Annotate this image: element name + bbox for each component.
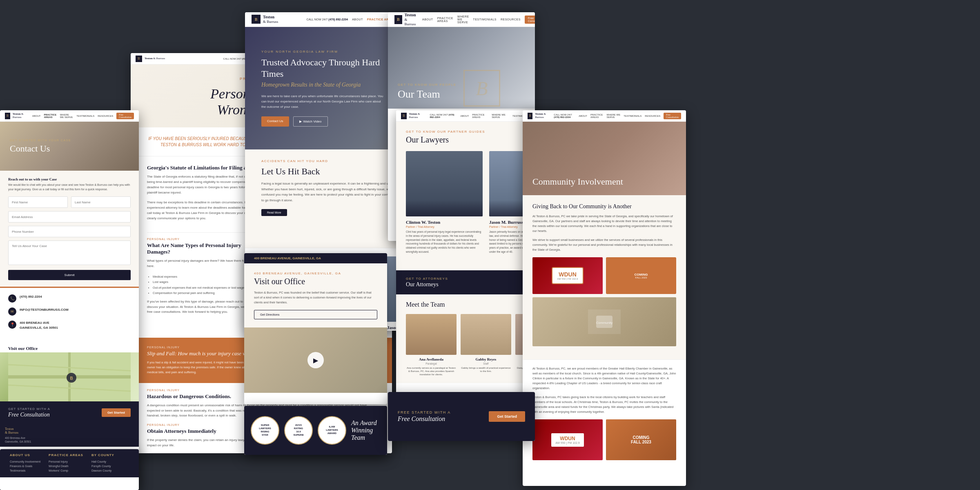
contact-us-btn[interactable]: Contact Us	[261, 116, 289, 127]
contact-nav-resources[interactable]: Resources	[98, 115, 113, 117]
lawyers-nav-practice[interactable]: Practice Areas	[472, 114, 488, 118]
community-bottom-img-1: WDUN AM 550 | FM 102.9	[532, 419, 603, 460]
phone-field[interactable]	[8, 226, 131, 237]
lawyer-name-1: Clinton W. Teston	[406, 220, 483, 225]
community-text1: At Teston & Burruss, PC we take pride in…	[532, 214, 676, 234]
footer-testimonials-link[interactable]: Testimonials	[10, 468, 40, 473]
lawyers-nav-about[interactable]: About	[461, 115, 469, 117]
lawyers-nav-where[interactable]: Where We Serve	[492, 114, 509, 118]
fc-btn[interactable]: Get Started	[489, 411, 525, 422]
contact-eyebrow: GET STARTED WITH YOUR CASE	[10, 139, 71, 142]
team-nav-practice[interactable]: Practice Areas	[437, 17, 453, 22]
community-nav-where[interactable]: Where We Serve	[607, 114, 621, 118]
award-badge-text-3: ILAWLAWYERSAWARD	[324, 424, 340, 437]
message-field[interactable]	[8, 241, 131, 265]
contact-logo[interactable]: B Teston & Burruss	[5, 113, 29, 119]
community-nav-about[interactable]: About	[579, 115, 587, 117]
visit-office-panel: 400 BRENEAU AVENUE, GAINESVILLE, GA 400 …	[244, 253, 387, 404]
team-hero-text: GET TO KNOW OUR PEOPLE Our Team	[398, 83, 457, 100]
hp-nav-about[interactable]: About	[352, 18, 363, 21]
lawyers-nav-phone: CALL NOW 24/7 (470) 892-2204	[430, 114, 457, 118]
hp-nav-phone: CALL NOW 24/7 (470) 892-2204	[306, 18, 348, 21]
team-nav-testimonials[interactable]: Testimonials	[473, 18, 497, 21]
community-images-grid: WDUN AM 550 | FM 102.9 COMING FALL 2023	[532, 257, 676, 346]
award-badge-text-2: AVVORATING10.0SUPERB	[292, 422, 305, 438]
play-icon: ▶	[299, 120, 302, 123]
community-img-2: COMING FALL 2023	[606, 257, 676, 294]
address-bar-text: 400 BRENEAU AVENUE, GAINESVILLE, GA	[254, 256, 321, 260]
hp-hero-title: Trusted Advocacy Through Hard Times	[261, 57, 384, 79]
vo-directions-btn[interactable]: Get Directions	[254, 310, 377, 319]
wdun-text-2: WDUN	[555, 436, 579, 441]
footer-logo: Teston& Burruss	[5, 427, 134, 434]
vo-play-btn[interactable]: ▶	[307, 352, 324, 368]
footer-dawson-link[interactable]: Dawson County	[91, 468, 114, 473]
footer-forsyth-link[interactable]: Forsyth County	[91, 464, 114, 468]
phone-icon: 📞	[8, 294, 16, 303]
award-badge-1: SUPERLAWYERSRISINGSTAR	[251, 416, 279, 445]
list-item: Out-of-pocket expenses that are not medi…	[153, 285, 257, 291]
read-more-btn[interactable]: Read More	[261, 209, 287, 216]
hp-hero-content: YOUR NORTH GEORGIA LAW FIRM Trusted Advo…	[245, 50, 400, 126]
footer-finances-link[interactable]: Finances & Goals	[10, 464, 40, 468]
contact-logo-box: B	[5, 113, 10, 119]
vo-eyebrow: 400 BRENEAU AVENUE, GAINESVILLE, GA	[254, 272, 377, 275]
lawyer-photo-overlay-1	[406, 200, 483, 216]
cta-btn[interactable]: Get Started	[102, 408, 131, 417]
footer-about-col: About Us Community Involvement Finances …	[10, 453, 40, 473]
lawyers-logo[interactable]: B Teston & Burruss	[401, 113, 426, 119]
community-nav-links: CALL NOW 24/7 (470) 892-2204 About Pract…	[554, 113, 681, 119]
last-name-field[interactable]	[71, 196, 131, 208]
contact-bottom-footer: About Us Community Involvement Finances …	[0, 449, 139, 490]
community-nav-cta[interactable]: Free Consultation	[664, 113, 681, 119]
team-nav-resources[interactable]: Resources	[501, 18, 521, 21]
community-nav-testimonials[interactable]: Testimonials	[624, 115, 641, 117]
footer-hall-link[interactable]: Hall County	[91, 459, 114, 464]
team-title: Our Team	[398, 88, 457, 100]
types-text2: If you've been affected by this type of …	[147, 299, 257, 315]
community-title: Community Involvement	[532, 176, 623, 187]
logo[interactable]: B Teston & Burruss	[136, 56, 165, 62]
lawyers-logo-text: Teston & Burruss	[409, 113, 427, 119]
community-text5: At Teston & Burruss, PC, we are proud me…	[532, 366, 676, 391]
community-img-large: Community	[532, 297, 676, 346]
contact-hero-text: GET STARTED WITH YOUR CASE Contact Us	[10, 139, 71, 154]
community-bottom-img-2: COMING FALL 2023	[606, 419, 676, 460]
contact-mini-footer: Teston& Burruss 400 Breneau AveGainesvil…	[0, 424, 139, 447]
footer-community-link[interactable]: Community Involvement	[10, 459, 40, 464]
community-hero-text: Community Involvement	[532, 176, 623, 187]
contact-nav-cta[interactable]: Free Consultation	[116, 113, 134, 119]
ana-name: Ana Avellaneda	[406, 357, 457, 361]
email-field[interactable]	[8, 211, 131, 223]
footer-county-col: By County Hall County Forsyth County Daw…	[91, 453, 114, 473]
contact-nav-about[interactable]: About	[32, 115, 41, 117]
contact-nav-practice[interactable]: Practice Areas	[44, 114, 57, 118]
vo-video[interactable]: ▶	[244, 327, 387, 393]
community-nav-resources[interactable]: Resources	[645, 115, 660, 117]
community-nav-practice[interactable]: Practice Areas	[590, 114, 604, 118]
svg-text:Community: Community	[596, 321, 612, 325]
cta-label: GET STARTED WITH A	[8, 407, 50, 411]
cta-title: Free Consultation	[8, 412, 50, 418]
team-nav-where[interactable]: Where We Serve	[457, 15, 469, 24]
first-name-field[interactable]	[8, 196, 68, 208]
lawyer-card-1: Clinton W. Teston Partner / Trial Attorn…	[406, 151, 483, 254]
list-item: Medical expenses	[153, 274, 257, 280]
contact-submit-btn[interactable]: Submit	[8, 270, 131, 280]
watch-video-btn[interactable]: ▶ Watch Video	[293, 116, 328, 127]
contact-nav-where[interactable]: Where We Serve	[60, 114, 74, 118]
hp-logo[interactable]: B Teston & Burruss	[252, 15, 278, 24]
team-nav-cta[interactable]: Free Consultation	[525, 16, 535, 24]
contact-nav-testimonials[interactable]: Testimonials	[76, 115, 94, 117]
community-hero: Community Involvement	[523, 122, 686, 195]
community-logo[interactable]: B Teston & Burruss	[528, 113, 550, 119]
footer-wc-link[interactable]: Workers' Comp	[49, 468, 83, 473]
footer-pi-link[interactable]: Personal Injury	[49, 459, 83, 464]
footer-wd-link[interactable]: Wrongful Death	[49, 464, 83, 468]
team-member-ana: Ana Avellaneda Paralegal Ana currently s…	[406, 314, 457, 376]
gabby-desc: Gabby brings a wealth of practical exper…	[461, 366, 511, 373]
team-nav-links: About Practice Areas Where We Serve Test…	[422, 15, 535, 24]
team-logo[interactable]: B Teston & Burruss	[394, 13, 417, 27]
team-nav-about[interactable]: About	[422, 18, 433, 21]
hp-hero-buttons: Contact Us ▶ Watch Video	[261, 116, 384, 127]
